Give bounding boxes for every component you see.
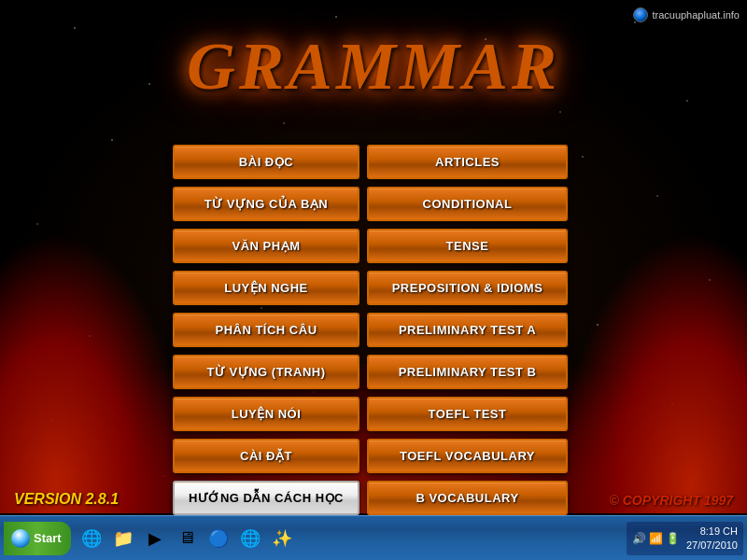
start-button[interactable]: Start [4, 522, 71, 555]
menu-btn-luyen-nghe[interactable]: LUYỆN NGHE [173, 271, 359, 305]
app-title: GRAMMAR [187, 28, 560, 105]
copyright-label: © COPYRIGHT 1997 [610, 493, 733, 508]
menu-btn-toefl-vocab[interactable]: TOEFL VOCABULARY [367, 439, 568, 473]
start-label: Start [34, 531, 62, 545]
menu-btn-bai-doc[interactable]: BÀI ĐỌC [173, 145, 359, 179]
tray-icon-1[interactable]: 🔊 [632, 531, 647, 546]
taskbar-icon-network[interactable]: 🌐 [235, 524, 265, 553]
taskbar-icon-app[interactable]: ✨ [267, 524, 297, 553]
menu-btn-tu-vung-tranh[interactable]: TỪ VỰNG (TRANH) [173, 355, 359, 389]
menu-btn-b-vocabulary[interactable]: B VOCABULARY [367, 481, 568, 515]
globe-icon [633, 7, 648, 22]
menu-btn-preliminary-b[interactable]: PRELIMINARY TEST B [367, 355, 568, 389]
menu-btn-van-pham[interactable]: VĂN PHẠM [173, 229, 359, 263]
taskbar-icon-folder[interactable]: 📁 [108, 524, 138, 553]
main-menu: BÀI ĐỌCARTICLESTỪ VỰNG CỦA BẠNCONDITIONA… [173, 145, 574, 515]
taskbar-icon-chrome[interactable]: 🔵 [204, 524, 233, 553]
menu-btn-toefl-test[interactable]: TOEFL TEST [367, 397, 568, 431]
menu-btn-preliminary-a[interactable]: PRELIMINARY TEST A [367, 313, 568, 347]
taskbar-icon-browser[interactable]: 🌐 [77, 524, 106, 553]
system-clock: 8:19 CH 27/07/2010 [683, 525, 738, 552]
taskbar-icon-computer[interactable]: 🖥 [172, 524, 202, 553]
menu-btn-cai-dat[interactable]: CÀI ĐẶT [173, 439, 359, 473]
menu-btn-tense[interactable]: TENSE [367, 229, 568, 263]
taskbar-icon-media[interactable]: ▶ [140, 524, 170, 553]
menu-btn-tu-vung-cua-ban[interactable]: TỪ VỰNG CỦA BẠN [173, 187, 359, 221]
menu-btn-preposition-idioms[interactable]: PREPOSITION & IDIOMS [367, 271, 568, 305]
menu-btn-luyen-noi[interactable]: LUYỆN NÓI [173, 397, 359, 431]
menu-btn-conditional[interactable]: CONDITIONAL [367, 187, 568, 221]
menu-btn-articles[interactable]: ARTICLES [367, 145, 568, 179]
menu-btn-huong-dan[interactable]: HƯỚNG DẪN CÁCH HỌC [173, 481, 359, 515]
version-label: VERSION 2.8.1 [14, 491, 119, 508]
menu-btn-phan-tich-cau[interactable]: PHÂN TÍCH CÂU [173, 313, 359, 347]
windows-orb [11, 529, 30, 548]
watermark: tracuuphapluat.info [633, 7, 740, 22]
tray-icon-3[interactable]: 🔋 [666, 531, 681, 546]
taskbar: Start 🌐 📁 ▶ 🖥 🔵 🌐 ✨ 🔊 📶 🔋 8:19 CH 27/07/… [0, 515, 747, 560]
system-tray: 🔊 📶 🔋 8:19 CH 27/07/2010 [627, 522, 743, 555]
tray-icon-2[interactable]: 📶 [649, 531, 664, 546]
